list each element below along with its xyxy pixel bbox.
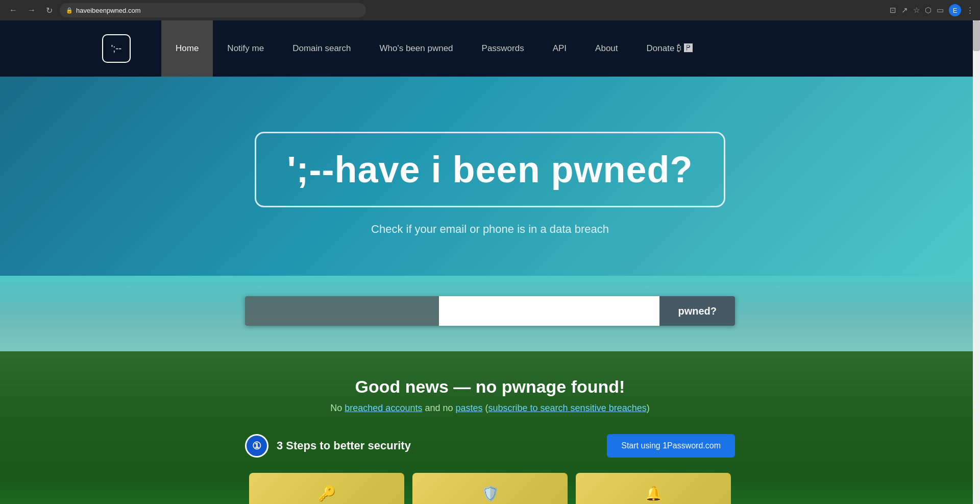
pwned-button[interactable]: pwned? [659, 296, 735, 326]
user-avatar[interactable]: E [949, 4, 961, 16]
nav-api[interactable]: API [538, 20, 581, 77]
back-button[interactable]: ← [6, 5, 20, 16]
card-3-inner: 🔔 [576, 473, 731, 504]
subscribe-link[interactable]: subscribe to search sensitive breaches [488, 403, 647, 413]
security-steps-left: ① 3 Steps to better security [245, 434, 411, 458]
nav-passwords[interactable]: Passwords [468, 20, 538, 77]
card-3: 🔔 [576, 473, 731, 504]
browser-chrome: ← → ↻ 🔒 haveibeenpwned.com ⊡ ↗ ☆ ⬡ ▭ E ⋮ [0, 0, 980, 20]
nav-domain-search[interactable]: Domain search [278, 20, 365, 77]
onepassword-icon: ① [245, 434, 268, 458]
search-container: pwned? [245, 296, 735, 326]
nav-whos-been-pwned[interactable]: Who's been pwned [365, 20, 467, 77]
card-1-inner: 🔑 [249, 473, 404, 504]
card-2: 🛡️ [412, 473, 568, 504]
cards-row: 🔑 🛡️ 🔔 [245, 473, 735, 504]
extensions-button[interactable]: ⬡ [925, 6, 932, 15]
nav-notify-me[interactable]: Notify me [213, 20, 278, 77]
screen-cast-button[interactable]: ⊡ [890, 6, 896, 15]
no-breach-text: No breached accounts and no pastes (subs… [330, 403, 649, 414]
breached-accounts-link[interactable]: breached accounts [345, 403, 422, 413]
bookmark-button[interactable]: ☆ [913, 6, 920, 15]
logo-text: ';-- [111, 43, 121, 54]
url-text: haveibeenpwned.com [76, 7, 140, 14]
nav-about[interactable]: About [581, 20, 632, 77]
card-1: 🔑 [249, 473, 404, 504]
results-section: Good news — no pwnage found! No breached… [0, 351, 980, 504]
search-section: pwned? [0, 276, 980, 351]
pastes-link[interactable]: pastes [455, 403, 482, 413]
nav-home[interactable]: Home [161, 20, 213, 77]
hero-title: ';--have i been pwned? [287, 149, 693, 190]
share-button[interactable]: ↗ [901, 6, 908, 15]
forward-button[interactable]: → [24, 5, 39, 16]
start-1password-button[interactable]: Start using 1Password.com [607, 434, 735, 458]
scrollbar-thumb[interactable] [973, 20, 980, 51]
nav-links: Home Notify me Domain search Who's been … [161, 20, 878, 77]
more-menu-button[interactable]: ⋮ [966, 6, 974, 15]
split-view-button[interactable]: ▭ [937, 6, 944, 15]
hero-section: ';--have i been pwned? Check if your ema… [0, 77, 980, 276]
address-bar[interactable]: 🔒 haveibeenpwned.com [60, 3, 366, 17]
lock-icon: 🔒 [66, 7, 73, 14]
search-left-shade [245, 296, 439, 326]
card-2-inner: 🛡️ [412, 473, 568, 504]
browser-actions: ⊡ ↗ ☆ ⬡ ▭ E ⋮ [890, 4, 974, 16]
reload-button[interactable]: ↻ [43, 5, 56, 16]
hero-title-box: ';--have i been pwned? [255, 132, 725, 207]
steps-title: 3 Steps to better security [277, 439, 411, 452]
navbar: ';-- Home Notify me Domain search Who's … [0, 20, 980, 77]
good-news-heading: Good news — no pwnage found! [355, 377, 625, 397]
security-steps-bar: ① 3 Steps to better security Start using… [245, 434, 735, 458]
nav-donate[interactable]: Donate ₿ 🅿 [632, 20, 707, 77]
hero-subtitle: Check if your email or phone is in a dat… [371, 223, 609, 236]
scrollbar[interactable] [973, 20, 980, 504]
search-input[interactable] [439, 296, 659, 326]
site-logo[interactable]: ';-- [102, 34, 131, 63]
